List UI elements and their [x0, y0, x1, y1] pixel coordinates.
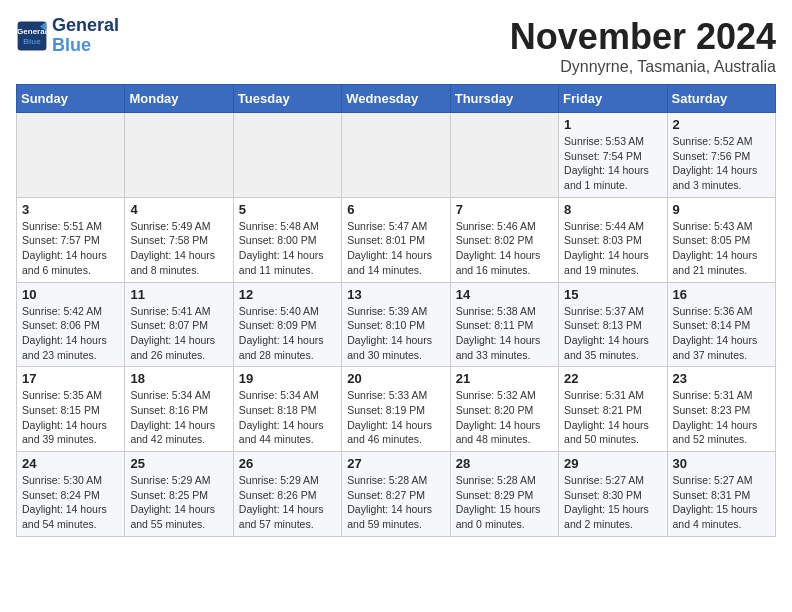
calendar-cell: 12Sunrise: 5:40 AM Sunset: 8:09 PM Dayli… — [233, 282, 341, 367]
header-monday: Monday — [125, 85, 233, 113]
calendar-week-1: 3Sunrise: 5:51 AM Sunset: 7:57 PM Daylig… — [17, 197, 776, 282]
logo: General Blue General Blue — [16, 16, 119, 56]
day-number: 15 — [564, 287, 661, 302]
day-detail: Sunrise: 5:40 AM Sunset: 8:09 PM Dayligh… — [239, 304, 336, 363]
calendar-cell: 17Sunrise: 5:35 AM Sunset: 8:15 PM Dayli… — [17, 367, 125, 452]
day-number: 17 — [22, 371, 119, 386]
logo-text: General Blue — [52, 16, 119, 56]
day-number: 4 — [130, 202, 227, 217]
header: General Blue General Blue November 2024 … — [16, 16, 776, 76]
day-number: 27 — [347, 456, 444, 471]
day-detail: Sunrise: 5:34 AM Sunset: 8:16 PM Dayligh… — [130, 388, 227, 447]
day-detail: Sunrise: 5:53 AM Sunset: 7:54 PM Dayligh… — [564, 134, 661, 193]
svg-text:General: General — [17, 27, 47, 36]
calendar-week-3: 17Sunrise: 5:35 AM Sunset: 8:15 PM Dayli… — [17, 367, 776, 452]
day-detail: Sunrise: 5:39 AM Sunset: 8:10 PM Dayligh… — [347, 304, 444, 363]
calendar-cell — [125, 113, 233, 198]
calendar-cell: 9Sunrise: 5:43 AM Sunset: 8:05 PM Daylig… — [667, 197, 775, 282]
header-thursday: Thursday — [450, 85, 558, 113]
calendar-cell: 25Sunrise: 5:29 AM Sunset: 8:25 PM Dayli… — [125, 452, 233, 537]
calendar-week-0: 1Sunrise: 5:53 AM Sunset: 7:54 PM Daylig… — [17, 113, 776, 198]
calendar-cell: 30Sunrise: 5:27 AM Sunset: 8:31 PM Dayli… — [667, 452, 775, 537]
calendar-body: 1Sunrise: 5:53 AM Sunset: 7:54 PM Daylig… — [17, 113, 776, 537]
calendar-cell: 15Sunrise: 5:37 AM Sunset: 8:13 PM Dayli… — [559, 282, 667, 367]
calendar-cell: 16Sunrise: 5:36 AM Sunset: 8:14 PM Dayli… — [667, 282, 775, 367]
day-number: 13 — [347, 287, 444, 302]
day-detail: Sunrise: 5:32 AM Sunset: 8:20 PM Dayligh… — [456, 388, 553, 447]
day-number: 3 — [22, 202, 119, 217]
calendar-cell: 3Sunrise: 5:51 AM Sunset: 7:57 PM Daylig… — [17, 197, 125, 282]
calendar-cell: 20Sunrise: 5:33 AM Sunset: 8:19 PM Dayli… — [342, 367, 450, 452]
calendar-cell: 28Sunrise: 5:28 AM Sunset: 8:29 PM Dayli… — [450, 452, 558, 537]
day-number: 9 — [673, 202, 770, 217]
day-number: 29 — [564, 456, 661, 471]
day-number: 14 — [456, 287, 553, 302]
day-detail: Sunrise: 5:27 AM Sunset: 8:31 PM Dayligh… — [673, 473, 770, 532]
month-title: November 2024 — [510, 16, 776, 58]
calendar-cell: 2Sunrise: 5:52 AM Sunset: 7:56 PM Daylig… — [667, 113, 775, 198]
day-number: 8 — [564, 202, 661, 217]
calendar-header: Sunday Monday Tuesday Wednesday Thursday… — [17, 85, 776, 113]
day-detail: Sunrise: 5:36 AM Sunset: 8:14 PM Dayligh… — [673, 304, 770, 363]
day-number: 19 — [239, 371, 336, 386]
calendar-cell: 19Sunrise: 5:34 AM Sunset: 8:18 PM Dayli… — [233, 367, 341, 452]
day-detail: Sunrise: 5:48 AM Sunset: 8:00 PM Dayligh… — [239, 219, 336, 278]
day-number: 10 — [22, 287, 119, 302]
calendar-cell: 27Sunrise: 5:28 AM Sunset: 8:27 PM Dayli… — [342, 452, 450, 537]
calendar-week-4: 24Sunrise: 5:30 AM Sunset: 8:24 PM Dayli… — [17, 452, 776, 537]
calendar-cell: 7Sunrise: 5:46 AM Sunset: 8:02 PM Daylig… — [450, 197, 558, 282]
day-detail: Sunrise: 5:52 AM Sunset: 7:56 PM Dayligh… — [673, 134, 770, 193]
calendar-cell: 6Sunrise: 5:47 AM Sunset: 8:01 PM Daylig… — [342, 197, 450, 282]
calendar-cell: 26Sunrise: 5:29 AM Sunset: 8:26 PM Dayli… — [233, 452, 341, 537]
calendar-cell: 29Sunrise: 5:27 AM Sunset: 8:30 PM Dayli… — [559, 452, 667, 537]
calendar-cell: 18Sunrise: 5:34 AM Sunset: 8:16 PM Dayli… — [125, 367, 233, 452]
calendar-cell: 4Sunrise: 5:49 AM Sunset: 7:58 PM Daylig… — [125, 197, 233, 282]
calendar-cell: 14Sunrise: 5:38 AM Sunset: 8:11 PM Dayli… — [450, 282, 558, 367]
day-number: 11 — [130, 287, 227, 302]
day-detail: Sunrise: 5:33 AM Sunset: 8:19 PM Dayligh… — [347, 388, 444, 447]
day-number: 12 — [239, 287, 336, 302]
calendar-cell: 10Sunrise: 5:42 AM Sunset: 8:06 PM Dayli… — [17, 282, 125, 367]
day-detail: Sunrise: 5:31 AM Sunset: 8:23 PM Dayligh… — [673, 388, 770, 447]
day-number: 1 — [564, 117, 661, 132]
calendar-cell — [17, 113, 125, 198]
header-friday: Friday — [559, 85, 667, 113]
weekday-row: Sunday Monday Tuesday Wednesday Thursday… — [17, 85, 776, 113]
day-number: 25 — [130, 456, 227, 471]
day-detail: Sunrise: 5:34 AM Sunset: 8:18 PM Dayligh… — [239, 388, 336, 447]
day-number: 21 — [456, 371, 553, 386]
svg-text:Blue: Blue — [23, 37, 41, 46]
day-detail: Sunrise: 5:31 AM Sunset: 8:21 PM Dayligh… — [564, 388, 661, 447]
day-detail: Sunrise: 5:46 AM Sunset: 8:02 PM Dayligh… — [456, 219, 553, 278]
day-detail: Sunrise: 5:44 AM Sunset: 8:03 PM Dayligh… — [564, 219, 661, 278]
day-number: 18 — [130, 371, 227, 386]
calendar-cell: 22Sunrise: 5:31 AM Sunset: 8:21 PM Dayli… — [559, 367, 667, 452]
calendar-table: Sunday Monday Tuesday Wednesday Thursday… — [16, 84, 776, 537]
day-detail: Sunrise: 5:37 AM Sunset: 8:13 PM Dayligh… — [564, 304, 661, 363]
header-saturday: Saturday — [667, 85, 775, 113]
header-wednesday: Wednesday — [342, 85, 450, 113]
day-number: 6 — [347, 202, 444, 217]
day-number: 23 — [673, 371, 770, 386]
header-tuesday: Tuesday — [233, 85, 341, 113]
calendar-cell — [342, 113, 450, 198]
day-number: 20 — [347, 371, 444, 386]
day-number: 26 — [239, 456, 336, 471]
calendar-cell: 5Sunrise: 5:48 AM Sunset: 8:00 PM Daylig… — [233, 197, 341, 282]
day-number: 2 — [673, 117, 770, 132]
calendar-cell — [450, 113, 558, 198]
day-detail: Sunrise: 5:43 AM Sunset: 8:05 PM Dayligh… — [673, 219, 770, 278]
day-number: 30 — [673, 456, 770, 471]
day-number: 16 — [673, 287, 770, 302]
logo-icon: General Blue — [16, 20, 48, 52]
day-detail: Sunrise: 5:38 AM Sunset: 8:11 PM Dayligh… — [456, 304, 553, 363]
day-number: 22 — [564, 371, 661, 386]
day-detail: Sunrise: 5:27 AM Sunset: 8:30 PM Dayligh… — [564, 473, 661, 532]
day-detail: Sunrise: 5:30 AM Sunset: 8:24 PM Dayligh… — [22, 473, 119, 532]
location: Dynnyrne, Tasmania, Australia — [510, 58, 776, 76]
day-detail: Sunrise: 5:28 AM Sunset: 8:27 PM Dayligh… — [347, 473, 444, 532]
title-area: November 2024 Dynnyrne, Tasmania, Austra… — [510, 16, 776, 76]
day-detail: Sunrise: 5:28 AM Sunset: 8:29 PM Dayligh… — [456, 473, 553, 532]
calendar-week-2: 10Sunrise: 5:42 AM Sunset: 8:06 PM Dayli… — [17, 282, 776, 367]
calendar-cell — [233, 113, 341, 198]
